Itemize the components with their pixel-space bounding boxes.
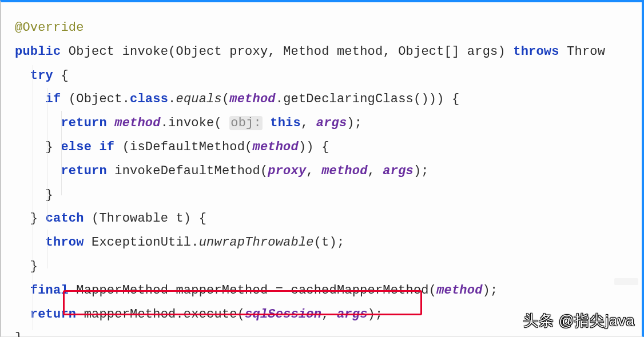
p2-name: method <box>337 45 383 59</box>
txt: .getDeclaringClass())) { <box>276 92 460 106</box>
p3-type: Object[] <box>398 45 459 59</box>
txt: ); <box>414 164 429 178</box>
p1-type: Object <box>176 45 221 59</box>
txt: )) { <box>299 140 329 154</box>
txt: MapperMethod mapperMethod = cachedMapper… <box>69 283 436 298</box>
ret-type: Object <box>69 45 114 59</box>
txt: ); <box>368 307 383 322</box>
txt: , <box>321 307 337 322</box>
p-proxy: proxy <box>268 164 306 178</box>
txt: ); <box>347 116 362 130</box>
kw-throws: throws <box>513 45 559 59</box>
txt: , <box>368 164 383 178</box>
p-method: method <box>436 283 482 298</box>
p-sqlsession: sqlSession <box>245 307 321 322</box>
kw-this: this <box>270 116 301 130</box>
code-screenshot-frame: @Override public Object invoke(Object pr… <box>0 0 644 337</box>
txt: ExceptionUtil. <box>84 235 199 250</box>
kw-return: return <box>61 116 106 130</box>
kw-class: class <box>130 92 168 106</box>
sp <box>107 116 114 130</box>
p-method: method <box>114 116 160 130</box>
txt: (t); <box>314 235 345 250</box>
p-args: args <box>337 307 368 322</box>
txt: } <box>46 140 61 154</box>
kw-try: try <box>30 69 53 83</box>
p3-name: args <box>467 45 498 59</box>
p-args: args <box>383 164 414 178</box>
indent-guide <box>47 88 47 220</box>
txt: .invoke( <box>161 116 230 130</box>
p-method: method <box>321 164 367 178</box>
txt: , <box>301 116 316 130</box>
txt: } <box>30 259 38 274</box>
kw-final: final <box>30 283 69 298</box>
code-block: @Override public Object invoke(Object pr… <box>1 2 642 337</box>
p-args: args <box>316 116 347 130</box>
txt: Object. <box>76 92 130 106</box>
kw-if: if <box>46 92 61 106</box>
p-method: method <box>253 140 299 154</box>
txt: (Throwable t) { <box>84 211 206 226</box>
throws-type: Throw <box>567 45 605 59</box>
indent-guide <box>61 111 62 195</box>
txt: ); <box>483 283 498 298</box>
p-method: method <box>229 92 275 106</box>
m-equals: equals <box>176 92 221 106</box>
kw-return: return <box>61 164 106 178</box>
txt: ( <box>222 92 229 106</box>
p2-type: Method <box>283 45 329 59</box>
kw-throw: throw <box>46 235 84 250</box>
indent-guide <box>33 65 33 330</box>
m-unwrap: unwrapThrowable <box>199 235 314 250</box>
overflow-hint <box>614 278 638 285</box>
inlay-hint-obj: obj: <box>229 116 263 130</box>
txt: mapperMethod.execute( <box>76 307 245 322</box>
kw-public: public <box>15 45 61 59</box>
kw-catch: catch <box>46 211 84 226</box>
annotation: @Override <box>15 21 84 35</box>
txt: (isDefaultMethod( <box>114 140 252 154</box>
txt: . <box>168 92 176 106</box>
kw-else-if: else if <box>61 140 114 154</box>
kw-return: return <box>30 307 76 322</box>
watermark-text: 头条 @指尖java <box>523 311 635 331</box>
method-name: invoke <box>122 45 168 59</box>
txt: , <box>306 164 321 178</box>
txt: } <box>15 331 22 337</box>
txt: invokeDefaultMethod( <box>107 164 268 178</box>
p1-name: proxy <box>229 45 268 59</box>
indent-guide <box>47 230 47 268</box>
